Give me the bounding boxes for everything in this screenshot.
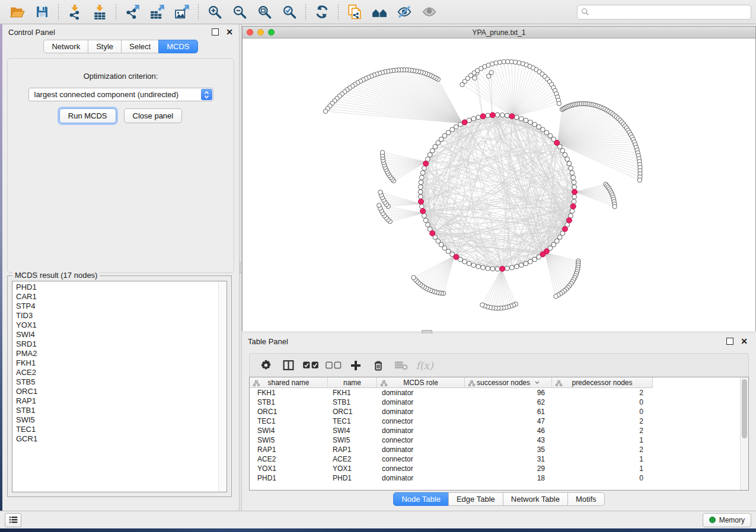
network-canvas[interactable]	[243, 39, 755, 332]
network-node[interactable]	[519, 263, 524, 268]
tab-node-table[interactable]: Node Table	[393, 492, 449, 506]
close-panel-icon[interactable]: ✕	[226, 29, 233, 35]
mcds-node[interactable]	[430, 230, 435, 236]
network-node[interactable]	[570, 209, 575, 213]
network-node[interactable]	[500, 113, 505, 117]
network-node[interactable]	[495, 113, 500, 117]
table-row[interactable]: PHD1PHD1dominator180	[250, 473, 748, 483]
network-node[interactable]	[418, 185, 423, 190]
network-node[interactable]	[572, 185, 577, 190]
search-field[interactable]	[577, 5, 751, 20]
mcds-result-item[interactable]: SWI4	[12, 330, 219, 339]
network-node[interactable]	[557, 235, 562, 240]
table-row[interactable]: STB1STB1dominator620	[250, 398, 748, 407]
network-node[interactable]	[541, 127, 546, 132]
table-row[interactable]: SWI4SWI4dominator462	[250, 426, 748, 435]
network-node[interactable]	[572, 199, 576, 204]
export-table-button[interactable]	[146, 2, 168, 21]
network-node[interactable]	[528, 120, 533, 125]
table-row[interactable]: SWI5SWI5connector431	[250, 435, 748, 445]
show-all-button[interactable]	[418, 2, 441, 21]
network-node[interactable]	[418, 190, 423, 194]
mcds-result-item[interactable]: TEC1	[12, 425, 219, 434]
criterion-dropdown[interactable]: largest connected component (undirected)	[28, 88, 213, 101]
network-node[interactable]	[514, 264, 519, 269]
tab-select[interactable]: Select	[121, 40, 159, 53]
network-node[interactable]	[426, 223, 430, 227]
network-node[interactable]	[420, 171, 425, 175]
mcds-result-item[interactable]: YOX1	[12, 321, 219, 330]
network-node[interactable]	[422, 213, 427, 218]
run-mcds-button[interactable]: Run MCDS	[59, 108, 116, 123]
tab-style[interactable]: Style	[88, 40, 122, 53]
network-node[interactable]	[560, 148, 565, 153]
network-node[interactable]	[476, 264, 481, 269]
close-panel-icon[interactable]: ✕	[741, 338, 748, 344]
network-node[interactable]	[532, 122, 537, 127]
refresh-button[interactable]	[311, 2, 333, 21]
network-node[interactable]	[378, 190, 382, 194]
mcds-node[interactable]	[419, 199, 424, 204]
table-scrollbar[interactable]	[740, 377, 748, 490]
network-node[interactable]	[613, 204, 617, 209]
mcds-result-item[interactable]: SWI5	[12, 415, 219, 425]
network-node[interactable]	[433, 145, 438, 149]
network-node[interactable]	[569, 166, 573, 171]
select-all-button[interactable]	[301, 357, 321, 374]
scrollbar-thumb[interactable]	[742, 379, 747, 438]
network-node[interactable]	[419, 204, 424, 209]
network-node[interactable]	[473, 76, 477, 80]
mcds-node[interactable]	[462, 120, 467, 125]
float-panel-icon[interactable]	[212, 28, 219, 36]
mcds-node[interactable]	[540, 252, 546, 257]
task-history-button[interactable]	[5, 513, 21, 527]
network-node[interactable]	[323, 109, 327, 113]
mcds-node[interactable]	[454, 254, 459, 259]
save-session-button[interactable]	[31, 2, 53, 21]
mcds-result-item[interactable]: SRD1	[12, 339, 219, 349]
column-header-successor-nodes[interactable]: successor nodes	[465, 377, 552, 388]
network-node[interactable]	[418, 194, 423, 199]
network-node[interactable]	[486, 113, 490, 118]
network-node[interactable]	[554, 294, 558, 299]
column-header-predecessor-nodes[interactable]: predecessor nodes	[552, 377, 653, 388]
mcds-result-item[interactable]: STP4	[12, 302, 219, 311]
mcds-node[interactable]	[554, 140, 560, 146]
network-node[interactable]	[557, 101, 561, 105]
zoom-out-button[interactable]	[228, 2, 251, 21]
network-node[interactable]	[446, 130, 451, 135]
tab-motifs[interactable]: Motifs	[567, 492, 605, 506]
mcds-node[interactable]	[420, 209, 426, 214]
table-row[interactable]: FKH1FKH1dominator962	[250, 388, 748, 398]
network-node[interactable]	[487, 74, 491, 78]
network-node[interactable]	[505, 266, 509, 271]
deselect-all-button[interactable]	[323, 357, 343, 374]
network-node[interactable]	[570, 171, 575, 175]
mcds-result-item[interactable]: GCR1	[12, 434, 219, 444]
network-node[interactable]	[428, 153, 432, 158]
column-header-shared-name[interactable]: shared name	[250, 377, 328, 388]
mcds-list-scrollbar[interactable]	[218, 281, 227, 492]
network-node[interactable]	[571, 175, 576, 180]
table-row[interactable]: TEC1TEC1connector472	[250, 416, 748, 426]
network-node[interactable]	[467, 261, 471, 266]
network-node[interactable]	[377, 203, 381, 207]
table-row[interactable]: ORC1ORC1dominator610	[250, 407, 748, 416]
import-table-button[interactable]	[88, 2, 111, 21]
mcds-node[interactable]	[490, 113, 495, 118]
zoom-fit-button[interactable]	[253, 2, 276, 21]
network-node[interactable]	[563, 153, 567, 158]
mcds-result-item[interactable]: STB1	[12, 406, 219, 415]
network-node[interactable]	[567, 161, 572, 166]
column-header-MCDS-role[interactable]: MCDS role	[377, 377, 465, 388]
hide-selected-button[interactable]	[393, 2, 416, 21]
mcds-node[interactable]	[566, 217, 572, 223]
network-node[interactable]	[476, 115, 481, 120]
column-header-name[interactable]: name	[328, 377, 377, 388]
network-node[interactable]	[572, 194, 577, 199]
mcds-result-item[interactable]: ORC1	[12, 387, 219, 396]
mcds-result-item[interactable]: CAR1	[12, 292, 219, 302]
network-node[interactable]	[454, 124, 458, 129]
network-node[interactable]	[505, 113, 509, 118]
tab-network-table[interactable]: Network Table	[503, 492, 568, 506]
